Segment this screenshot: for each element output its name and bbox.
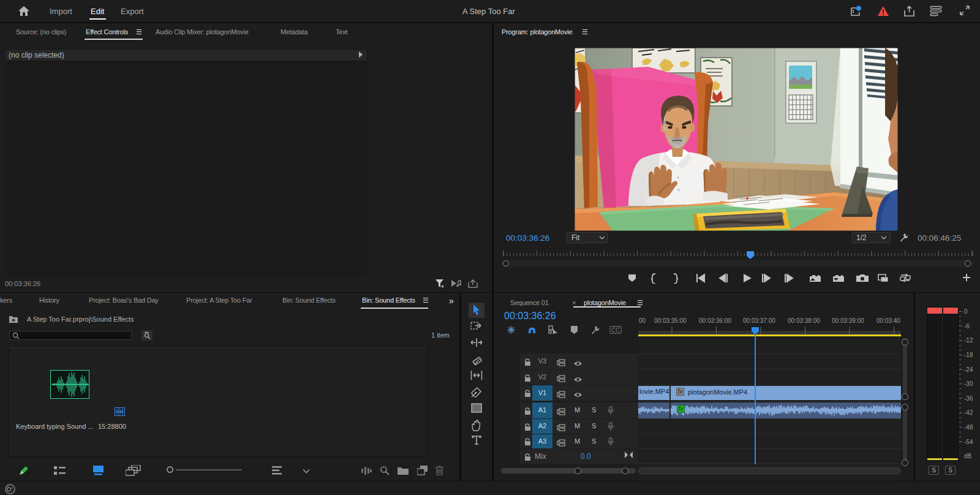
svg-text:-36: -36 — [964, 395, 973, 402]
svg-text:-48: -48 — [964, 424, 973, 431]
svg-text:-42: -42 — [964, 409, 973, 416]
svg-text:-6: -6 — [964, 323, 970, 330]
svg-text:0: 0 — [964, 308, 968, 315]
svg-text:-30: -30 — [964, 380, 973, 387]
svg-text:-54: -54 — [964, 439, 973, 445]
svg-text:-12: -12 — [964, 337, 973, 344]
svg-text:-18: -18 — [964, 352, 973, 358]
svg-text:-24: -24 — [964, 366, 973, 373]
svg-text:dB: dB — [964, 453, 972, 459]
